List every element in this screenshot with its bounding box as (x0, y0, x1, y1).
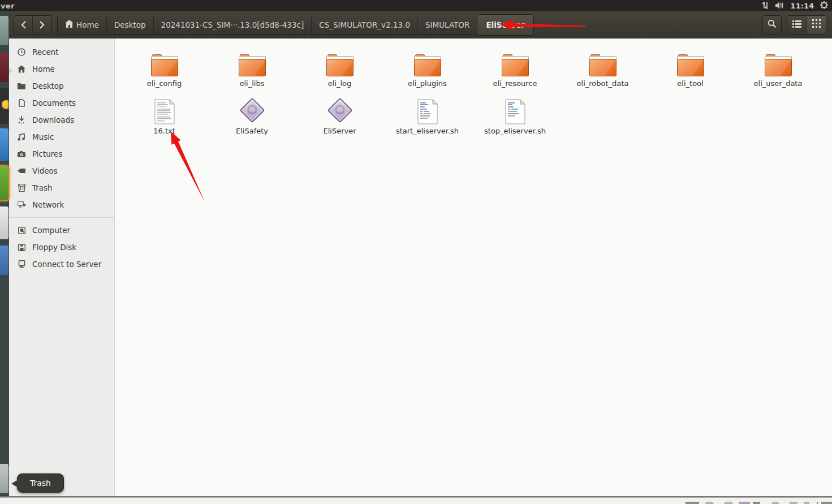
sidebar-item-videos[interactable]: Videos (9, 162, 114, 179)
clipped-divider (817, 502, 818, 504)
video-camera-icon (17, 168, 26, 174)
shell-script-icon (505, 95, 525, 124)
folder-icon (765, 48, 792, 77)
folder-icon (326, 48, 354, 77)
clipped-icon (790, 502, 797, 504)
file-item-executable[interactable]: EliServer (296, 95, 383, 143)
sidebar-item-home[interactable]: Home (9, 61, 114, 77)
search-icon (768, 19, 777, 31)
download-icon (17, 116, 26, 124)
volume-icon[interactable] (775, 1, 784, 11)
sidebar-item-downloads[interactable]: Downloads (9, 111, 114, 128)
sidebar-item-floppy[interactable]: Floppy Disk (9, 239, 114, 256)
breadcrumb-desktop[interactable]: Desktop (107, 15, 154, 35)
shell-script-icon (417, 95, 438, 124)
back-button[interactable] (14, 16, 33, 34)
executable-diamond-icon (238, 95, 266, 124)
clipped-icon (739, 502, 750, 504)
dock-app-2-icon[interactable] (0, 53, 8, 82)
clock[interactable]: 11:14 (791, 2, 814, 10)
grid-view-icon (812, 19, 821, 30)
breadcrumb-cs-simulator[interactable]: CS_SIMULATOR_v2.13.0 (312, 15, 418, 35)
clipped-icon (705, 502, 714, 504)
clipped-icon (724, 502, 733, 504)
sidebar-item-network[interactable]: Network (9, 196, 114, 213)
session-gear-icon[interactable] (820, 1, 828, 11)
dock-window-marker (9, 68, 12, 74)
breadcrumb-archive[interactable]: 20241031-CS_SIM···.13.0[d5d8-433c] (154, 15, 312, 35)
sidebar-item-trash[interactable]: Trash (9, 179, 114, 196)
file-manager-window: Recent Home Desktop Documents Downloads … (9, 38, 832, 497)
folder-icon (151, 48, 178, 77)
executable-diamond-icon (326, 95, 354, 124)
file-grid-view[interactable]: eli_config eli_libs eli_log eli_plugins … (115, 38, 832, 496)
folder-icon (414, 48, 441, 77)
server-icon (17, 260, 26, 268)
dock-trash-tooltip: Trash (17, 473, 64, 493)
file-item-folder[interactable]: eli_libs (208, 48, 296, 95)
clipped-icon (771, 502, 779, 504)
file-item-folder[interactable]: eli_resource (471, 48, 559, 95)
file-item-executable[interactable]: EliSafety (208, 95, 296, 143)
clipped-icon (804, 502, 809, 504)
trash-icon (17, 184, 26, 192)
file-manager-toolbar: Home Desktop 20241031-CS_SIM···.13.0[d5d… (9, 11, 832, 38)
floppy-icon (17, 244, 26, 251)
network-traffic-icon[interactable] (760, 1, 769, 11)
file-item-script[interactable]: start_eliserver.sh (383, 95, 471, 143)
file-item-folder[interactable]: eli_robot_data (559, 48, 646, 95)
folder-icon (239, 48, 266, 77)
sidebar-separator (9, 217, 114, 218)
sidebar-item-pictures[interactable]: Pictures (9, 145, 114, 162)
sidebar-item-music[interactable]: Music (9, 128, 114, 145)
list-view-icon (792, 19, 801, 30)
document-icon (17, 99, 26, 107)
harddisk-icon (17, 227, 26, 234)
clipped-icon (821, 502, 832, 504)
network-icon (17, 201, 26, 208)
folder-icon (17, 83, 26, 89)
folder-icon (589, 48, 617, 77)
text-file-icon (154, 95, 175, 124)
forward-button[interactable] (33, 16, 51, 34)
dock-app-7-icon[interactable] (0, 245, 8, 275)
sidebar: Recent Home Desktop Documents Downloads … (9, 38, 115, 496)
sidebar-item-recent[interactable]: Recent (9, 44, 114, 61)
clipped-icon (753, 502, 760, 504)
dock-strip (0, 11, 9, 497)
file-item-folder[interactable]: eli_tool (646, 48, 734, 95)
clock-icon (17, 48, 26, 56)
file-item-script[interactable]: stop_eliserver.sh (471, 95, 559, 143)
camera-icon (17, 151, 26, 157)
file-item-text[interactable]: 16.txt (120, 95, 208, 143)
home-icon (65, 20, 74, 29)
search-button[interactable] (762, 15, 782, 35)
file-item-folder[interactable]: eli_log (296, 48, 383, 95)
window-title-fragment: ver (0, 2, 15, 10)
nav-buttons (14, 15, 52, 35)
sidebar-item-documents[interactable]: Documents (9, 94, 114, 111)
dock-app-6-icon[interactable] (0, 206, 8, 239)
dock-app-4-icon[interactable] (0, 128, 8, 161)
file-item-folder[interactable]: eli_user_data (734, 48, 822, 95)
sidebar-item-desktop[interactable]: Desktop (9, 77, 114, 94)
dock-app-1-icon[interactable] (0, 16, 8, 45)
home-icon (17, 65, 26, 73)
breadcrumb-simulator[interactable]: SIMULATOR (418, 15, 477, 35)
breadcrumb-eliserver-active[interactable]: EliServer (477, 14, 534, 36)
file-item-folder[interactable]: eli_config (120, 48, 208, 95)
breadcrumb: Home Desktop 20241031-CS_SIM···.13.0[d5d… (57, 15, 534, 35)
dock-trash-icon[interactable] (0, 464, 8, 493)
breadcrumb-home[interactable]: Home (58, 15, 107, 35)
clipped-icon (686, 502, 699, 504)
bottom-clipped-window-strip (0, 497, 832, 504)
dock-app-5-icon-active[interactable] (0, 166, 8, 200)
dock-app-3-icon[interactable] (0, 88, 8, 124)
grid-view-button[interactable] (807, 16, 826, 34)
list-view-button[interactable] (787, 16, 807, 34)
view-toggle (787, 15, 826, 35)
system-top-bar: ver 11:14 (0, 0, 832, 11)
sidebar-item-connect-to-server[interactable]: Connect to Server (9, 256, 114, 273)
sidebar-item-computer[interactable]: Computer (9, 222, 114, 239)
file-item-folder[interactable]: eli_plugins (383, 48, 471, 95)
